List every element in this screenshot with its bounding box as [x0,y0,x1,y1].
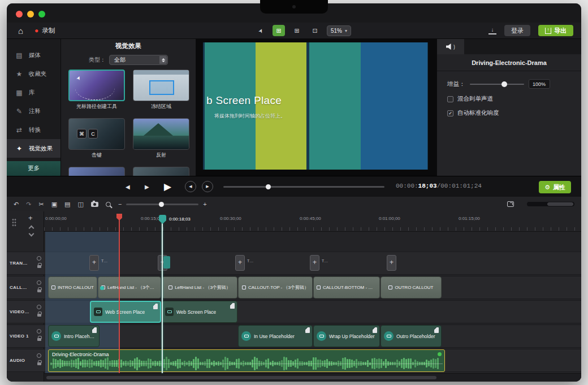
timeline-zoom-slider[interactable] [126,204,198,205]
horizontal-scrollbar-thumb[interactable] [46,376,436,379]
track-toggle-icon[interactable] [37,353,41,358]
effect-reflection[interactable]: 反射 [133,118,189,162]
close-button[interactable] [16,11,23,18]
mix-to-mono-checkbox[interactable] [447,96,453,102]
sidebar-item-more[interactable]: 更多 [7,161,60,176]
add-transition-button[interactable]: + [235,255,245,271]
undo-button[interactable]: ↶ [14,201,19,207]
effect-partial-1[interactable] [68,167,125,176]
timeline-zoom-handle[interactable] [159,202,164,207]
zoom-out-button[interactable]: − [118,201,122,207]
add-transition-button[interactable]: + [310,255,319,271]
play-button[interactable]: ▶ [164,176,171,197]
properties-toggle-button[interactable]: ⚙ 属性 [539,181,571,193]
chevron-up-icon[interactable] [29,226,34,231]
add-transition-button[interactable]: + [387,255,396,271]
video-clip[interactable]: Web Screen Place [162,301,237,323]
effect-thumbnail [133,118,189,150]
callout-clip[interactable]: INTRO CALLOUT [48,276,97,299]
gain-value[interactable]: 100% [529,79,550,89]
paste-button[interactable]: ▤ [64,201,70,207]
magnifier-icon[interactable] [106,202,111,207]
lock-icon[interactable] [37,265,41,268]
jump-forward-button[interactable]: ▶ [202,176,213,197]
minimize-button[interactable] [27,11,34,18]
previous-frame-button[interactable]: ◀ [126,176,130,197]
redo-button[interactable]: ↷ [26,201,31,207]
cut-button[interactable]: ✂ [38,201,44,207]
timeline-scrollbar-thumb[interactable] [547,202,573,206]
placeholder-clip[interactable]: Wrap Up Placeholder [313,325,380,347]
add-transition-button[interactable]: + [89,255,99,271]
sidebar-item-media[interactable]: ▤ 媒体 [7,46,60,64]
effect-keystrokes[interactable]: ⌘ C 击键 [68,118,125,162]
sidebar-item-transitions[interactable]: ⇄ 转换 [7,120,60,139]
video-clip-selected[interactable]: Web Screen Place [90,301,161,323]
track-header-transitions[interactable]: TRAN… [7,252,44,275]
sidebar-item-annotations[interactable]: ✎ 注释 [7,102,60,120]
sidebar-item-visual-effects[interactable]: ✦ 视觉效果 [7,139,60,158]
lock-icon[interactable] [37,289,41,292]
type-filter-select[interactable]: 全部 [109,55,168,65]
track-toggle-icon[interactable] [37,329,41,334]
sidebar-item-library[interactable]: ▦ 库 [7,83,60,102]
track-header-video1[interactable]: VIDEO 1 [7,325,44,348]
gain-slider-handle[interactable] [501,81,507,87]
effect-partial-2[interactable] [133,167,189,176]
lock-icon[interactable] [37,314,41,317]
preview-canvas[interactable]: b Screen Place 将媒体拖到时间轴的占位符上。 [196,39,436,176]
lock-icon[interactable] [37,362,41,365]
home-icon[interactable]: ⌂ [18,26,23,36]
export-button[interactable]: ↑ 导出 [538,25,573,36]
record-button[interactable]: ● 录制 [34,27,55,35]
fit-timeline-icon[interactable] [507,201,514,207]
step-back-icon: ◀ [126,184,130,190]
drag-handle-icon[interactable] [12,218,16,227]
gain-slider[interactable] [470,84,524,85]
download-icon[interactable]: ↓ [488,27,496,34]
pointer-tool-button[interactable]: ➤ [254,25,267,36]
fit-canvas-button[interactable]: ⊡ [309,25,321,36]
callout-group-clip[interactable]: LeftHand List - （3个剪辑） [162,276,237,299]
copy-button[interactable]: ▣ [51,201,57,207]
tab-audio-properties[interactable]: ) [437,39,464,54]
split-button[interactable]: ◫ [77,201,83,207]
effect-cursor-path[interactable]: ➤ 光标路径创建工具 [68,70,125,114]
zoom-in-button[interactable]: + [203,201,206,207]
next-frame-button[interactable]: ▶ [145,176,149,197]
audio-clip-selected[interactable]: Driving-Electronic-Drama [48,349,445,372]
callout-group-clip[interactable]: LeftHand List - （3个剪辑） [98,276,161,299]
placeholder-clip[interactable]: In Use Placeholder [238,325,313,347]
callout-clip[interactable]: OUTRO CALLOUT [381,276,442,299]
sidebar-item-favorites[interactable]: ★ 收藏夹 [7,64,60,83]
lock-icon[interactable] [37,338,41,341]
canvas-zoom-select[interactable]: 51% ▾ [327,25,351,36]
placeholder-clip[interactable]: Outro Placeholder [381,325,442,347]
selected-transition-clip[interactable] [163,256,170,269]
snapshot-button[interactable] [91,202,98,207]
callout-group-clip[interactable]: CALLOUT-TOP - （3个剪辑） [238,276,313,299]
jump-back-button[interactable]: ◀ [185,176,196,197]
timeline-ruler[interactable] [44,214,581,232]
track-header-callouts[interactable]: CALL… [7,276,44,299]
timeline-scrollbar[interactable] [527,202,574,206]
crop-tool-button-active[interactable]: ⊞ [273,25,285,36]
seek-slider-handle[interactable] [266,184,271,189]
track-header-audio[interactable]: AUDIO [7,349,44,372]
fullscreen-button[interactable] [38,11,45,18]
track-toggle-icon[interactable] [37,280,41,285]
auto-normalize-checkbox[interactable]: ✓ [447,110,453,116]
callout-group-clip[interactable]: CALLOUT-BOTTOM - （3个剪辑） [313,276,380,299]
login-button[interactable]: 登录 [504,25,530,36]
effect-name: 冻结区域 [133,103,189,110]
crop-frame-button[interactable]: ⊞ [291,25,303,36]
chevron-down-icon[interactable] [29,231,34,237]
track-toggle-icon[interactable] [37,256,41,261]
track-header-video2[interactable]: VIDEO… [7,300,44,323]
placeholder-clip[interactable]: Intro Placeholder [48,325,100,347]
lane-video1[interactable] [44,325,581,348]
add-track-button[interactable]: + [28,214,33,222]
effect-freeze-region[interactable]: 冻结区域 [133,70,189,114]
track-toggle-icon[interactable] [37,305,41,309]
seek-slider[interactable] [223,186,384,188]
